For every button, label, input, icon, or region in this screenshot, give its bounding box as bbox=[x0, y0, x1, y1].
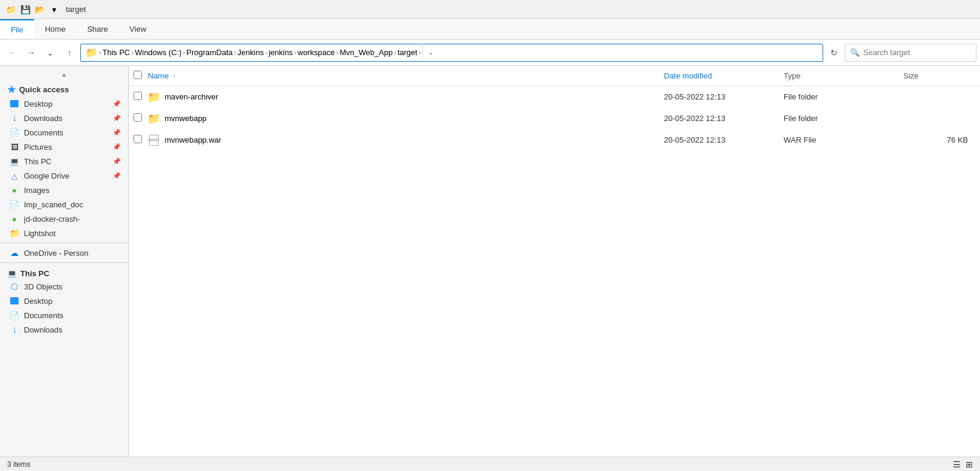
header-type[interactable]: Type bbox=[784, 71, 903, 80]
quickaccess-label: Quick access bbox=[19, 85, 69, 94]
sidebar-section-quickaccess[interactable]: ★ Quick access bbox=[0, 80, 128, 96]
breadcrumb-mvnwebapp[interactable]: Mvn_Web_App bbox=[339, 48, 393, 57]
sidebar-item-images[interactable]: ● Images bbox=[0, 183, 128, 197]
sidebar-item-label: Lightshot bbox=[24, 229, 56, 238]
sidebar-item-thispc-quick[interactable]: 💻 This PC 📌 bbox=[0, 154, 128, 168]
sidebar-item-label: Desktop bbox=[24, 99, 53, 108]
back-button[interactable]: ← bbox=[4, 44, 20, 61]
downloads-icon: ↓ bbox=[10, 113, 19, 123]
file-name-2: mvnwebapp bbox=[165, 114, 664, 123]
refresh-button[interactable]: ↻ bbox=[826, 44, 842, 61]
file-date-1: 20-05-2022 12:13 bbox=[664, 92, 784, 101]
documents-icon: 📄 bbox=[10, 128, 19, 137]
row-checkbox-col bbox=[134, 135, 148, 145]
title-bar: 📁 💾 📂 ▾ target bbox=[0, 0, 980, 19]
file-list-header: Name ↑ Date modified Type Size bbox=[129, 66, 980, 86]
file-date-3: 20-05-2022 12:13 bbox=[664, 135, 784, 144]
sidebar-item-onedrive[interactable]: ☁ OneDrive - Person bbox=[0, 246, 128, 260]
tab-file[interactable]: File bbox=[0, 19, 34, 39]
sidebar-item-label: Pictures bbox=[24, 143, 52, 152]
googledrive-icon: △ bbox=[10, 171, 19, 180]
sidebar-item-downloads2[interactable]: ↓ Downloads bbox=[0, 322, 128, 337]
sidebar-item-label: Imp_scaned_doc bbox=[24, 200, 83, 209]
impscaned-icon: 📄 bbox=[10, 200, 19, 209]
search-box[interactable]: 🔍 bbox=[845, 44, 976, 62]
address-bar[interactable]: 📁 › This PC › Windows (C:) › ProgramData… bbox=[80, 44, 823, 62]
sidebar-item-jddocker[interactable]: ● jd-docker-crash- bbox=[0, 212, 128, 226]
breadcrumb-jenkins1[interactable]: Jenkins bbox=[238, 48, 264, 57]
sidebar-item-impscaned[interactable]: 📄 Imp_scaned_doc bbox=[0, 197, 128, 212]
sidebar-item-desktop2[interactable]: Desktop bbox=[0, 294, 128, 308]
forward-button[interactable]: → bbox=[23, 44, 40, 61]
breadcrumb-target[interactable]: target bbox=[398, 48, 417, 57]
pin-icon-thispc: 📌 bbox=[113, 158, 121, 165]
file-date-2: 20-05-2022 12:13 bbox=[664, 114, 784, 123]
header-size[interactable]: Size bbox=[903, 71, 975, 80]
sidebar-item-label: Downloads bbox=[24, 114, 62, 123]
tb-icon-2[interactable]: 💾 bbox=[19, 4, 31, 16]
sidebar-item-downloads[interactable]: ↓ Downloads 📌 bbox=[0, 111, 128, 125]
sidebar-item-3dobjects[interactable]: ⬡ 3D Objects bbox=[0, 279, 128, 294]
sidebar-item-label: 3D Objects bbox=[24, 282, 62, 291]
breadcrumb-programdata[interactable]: ProgramData bbox=[186, 48, 232, 57]
sidebar: ▲ ★ Quick access Desktop 📌 ↓ Downloads 📌… bbox=[0, 66, 129, 457]
tb-icon-3[interactable]: 📂 bbox=[34, 4, 45, 16]
recent-locations-button[interactable]: ⌄ bbox=[42, 44, 59, 61]
row-checkbox-3[interactable] bbox=[134, 135, 142, 143]
tb-icon-1[interactable]: 📁 bbox=[5, 4, 17, 16]
row-checkbox-2[interactable] bbox=[134, 113, 142, 122]
quickaccess-icon: ★ bbox=[7, 84, 16, 95]
sidebar-item-pictures[interactable]: 🖼 Pictures 📌 bbox=[0, 140, 128, 154]
sidebar-item-documents2[interactable]: 📄 Documents bbox=[0, 308, 128, 322]
sidebar-item-label: Google Drive bbox=[24, 171, 69, 180]
images-icon: ● bbox=[10, 185, 19, 195]
pin-icon-documents: 📌 bbox=[113, 129, 121, 137]
sidebar-item-label: Documents bbox=[24, 128, 63, 137]
row-checkbox-1[interactable] bbox=[134, 92, 142, 100]
ribbon: File Home Share View bbox=[0, 19, 980, 40]
tab-view[interactable]: View bbox=[119, 19, 157, 39]
pin-icon-downloads: 📌 bbox=[113, 114, 121, 122]
window-title: target bbox=[66, 5, 86, 14]
search-input[interactable] bbox=[863, 48, 971, 57]
table-row[interactable]: 📁 mvnwebapp 20-05-2022 12:13 File folder bbox=[129, 108, 980, 129]
file-type-2: File folder bbox=[784, 114, 903, 123]
breadcrumb-jenkins2[interactable]: jenkins bbox=[269, 48, 293, 57]
pin-icon-googledrive: 📌 bbox=[113, 172, 121, 180]
lightshot-icon: 📁 bbox=[10, 228, 19, 238]
jddocker-icon: ● bbox=[10, 214, 19, 224]
grid-view-icon[interactable]: ⊞ bbox=[966, 460, 973, 469]
list-view-icon[interactable]: ☰ bbox=[953, 460, 961, 469]
breadcrumb-drive[interactable]: Windows (C:) bbox=[135, 48, 181, 57]
table-row[interactable]: 📁 maven-archiver 20-05-2022 12:13 File f… bbox=[129, 86, 980, 108]
tb-dropdown[interactable]: ▾ bbox=[48, 4, 60, 16]
sidebar-item-label: Images bbox=[24, 186, 50, 195]
sidebar-item-googledrive[interactable]: △ Google Drive 📌 bbox=[0, 168, 128, 183]
pin-icon-pictures: 📌 bbox=[113, 143, 121, 151]
header-name[interactable]: Name ↑ bbox=[148, 71, 664, 80]
folder-icon-2: 📁 bbox=[148, 113, 160, 125]
address-dropdown-button[interactable]: ⌄ bbox=[422, 44, 439, 62]
main-layout: ▲ ★ Quick access Desktop 📌 ↓ Downloads 📌… bbox=[0, 66, 980, 457]
breadcrumb-folder-icon: 📁 bbox=[86, 47, 98, 58]
breadcrumb-thispc[interactable]: This PC bbox=[102, 48, 130, 57]
3dobjects-icon: ⬡ bbox=[10, 282, 19, 291]
tab-share[interactable]: Share bbox=[77, 19, 119, 39]
header-checkbox-col bbox=[134, 71, 148, 81]
table-row[interactable]: WAR mvnwebapp.war 20-05-2022 12:13 WAR F… bbox=[129, 129, 980, 151]
sidebar-item-desktop[interactable]: Desktop 📌 bbox=[0, 96, 128, 111]
desktop-icon bbox=[10, 99, 19, 108]
sidebar-item-label: Desktop bbox=[24, 297, 53, 306]
header-date[interactable]: Date modified bbox=[664, 71, 784, 80]
downloads2-icon: ↓ bbox=[10, 325, 19, 334]
breadcrumb-workspace[interactable]: workspace bbox=[298, 48, 335, 57]
onedrive-icon: ☁ bbox=[10, 248, 19, 258]
sidebar-item-documents[interactable]: 📄 Documents 📌 bbox=[0, 125, 128, 140]
tab-home[interactable]: Home bbox=[34, 19, 77, 39]
select-all-checkbox[interactable] bbox=[134, 71, 142, 79]
up-button[interactable]: ↑ bbox=[61, 44, 78, 61]
war-file-icon: WAR bbox=[148, 134, 160, 146]
sidebar-section-thispc[interactable]: 💻 This PC bbox=[0, 265, 128, 279]
sidebar-item-lightshot[interactable]: 📁 Lightshot bbox=[0, 226, 128, 240]
sidebar-scroll-up-arrow[interactable]: ▲ bbox=[0, 68, 128, 80]
